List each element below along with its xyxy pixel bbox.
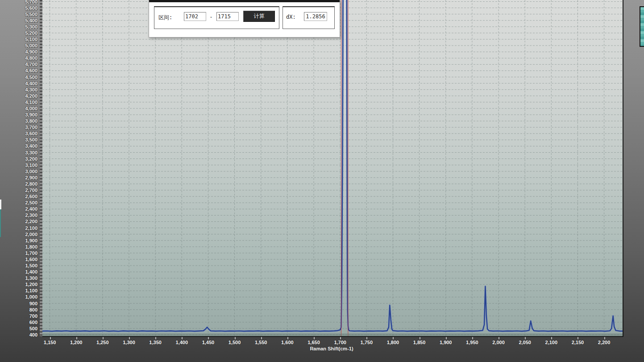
y-tick-label: 600 [0,320,37,325]
x-tick-label: 1,200 [63,340,90,345]
spectrum-plot[interactable] [42,0,623,337]
y-tick-label: 5,500 [0,12,37,17]
x-axis-tick [261,337,262,339]
interval-to-input[interactable] [216,12,239,21]
x-tick-label: 1,300 [116,340,142,345]
x-tick-label: 1,750 [353,340,380,345]
y-tick-label: 1,000 [0,294,37,300]
left-edge-window-fragment [0,200,1,209]
y-tick-label: 2,300 [0,212,37,218]
dx-label: dX: [286,14,296,20]
interval-from-input[interactable] [184,12,206,21]
x-tick-label: 1,600 [274,340,301,345]
y-tick-label: 2,700 [0,187,37,193]
y-tick-label: 900 [0,301,37,306]
spectrum-canvas [42,0,623,336]
y-tick-label: 1,900 [0,238,37,243]
x-tick-label: 1,500 [221,340,248,345]
y-tick-label: 3,500 [0,137,37,142]
x-axis-tick [472,337,473,339]
y-tick-label: 2,800 [0,181,37,187]
docked-panel-fragment[interactable] [640,6,644,47]
x-tick-label: 1,150 [37,340,63,345]
x-axis-tick [340,337,341,339]
y-tick-label: 1,800 [0,244,37,250]
y-tick-label: 4,700 [0,62,37,67]
x-tick-label: 1,700 [327,340,353,345]
x-axis-tick [551,337,552,339]
y-tick-label: 800 [0,307,37,312]
x-tick-label: 1,800 [379,340,406,345]
y-tick-label: 2,500 [0,200,37,205]
x-tick-label: 1,250 [89,340,116,345]
x-axis-tick [155,337,156,339]
x-tick-label: 1,850 [406,340,433,345]
dialog-titlebar[interactable] [149,0,340,2]
y-tick-label: 5,100 [0,37,37,42]
y-tick-label: 2,000 [0,232,37,237]
x-axis-tick [604,337,605,339]
y-tick-label: 2,200 [0,219,37,224]
y-tick-label: 2,600 [0,194,37,199]
y-tick-label: 5,400 [0,18,37,23]
x-axis-tick [578,337,578,339]
x-tick-label: 2,050 [511,340,538,345]
x-tick-label: 1,650 [300,340,327,345]
calculate-button[interactable]: 计算 [243,11,275,22]
y-tick-label: 3,000 [0,169,37,174]
interval-groupbox: 区间: - 计算 [154,6,279,29]
y-tick-label: 3,900 [0,112,37,117]
x-tick-label: 1,400 [168,340,195,345]
dx-value-input[interactable] [304,12,327,21]
y-tick-label: 4,600 [0,68,37,73]
x-axis-tick [208,337,209,339]
dx-groupbox: dX: [283,6,335,29]
y-axis-tick-strip [40,0,42,336]
y-tick-label: 4,800 [0,55,37,61]
x-tick-label: 2,000 [485,340,512,345]
y-tick-label: 4,300 [0,87,37,92]
x-axis-tick [103,337,104,339]
x-tick-label: 2,100 [538,340,565,345]
x-axis-title: Raman Shift(cm-1) [287,346,376,351]
x-axis-tick [525,337,526,339]
y-tick-label: 2,900 [0,175,37,180]
x-tick-label: 2,150 [564,340,591,345]
x-axis-tick [366,337,367,339]
y-tick-label: 4,200 [0,93,37,99]
x-axis-tick [446,337,447,339]
x-axis-tick [287,337,288,339]
x-axis-tick [420,337,420,339]
x-tick-label: 1,900 [432,340,459,345]
y-tick-label: 3,400 [0,143,37,149]
y-tick-label: 500 [0,326,37,331]
y-tick-label: 3,100 [0,162,37,168]
x-axis-tick [235,337,236,339]
y-tick-label: 5,700 [0,0,37,4]
y-tick-label: 5,200 [0,30,37,36]
y-tick-label: 1,300 [0,275,37,281]
y-tick-label: 4,100 [0,100,37,105]
y-tick-label: 400 [0,332,37,337]
y-tick-label: 4,000 [0,106,37,111]
plot-baseline-strip [42,333,623,336]
raman-analysis-window: 4005006007008009001,0001,1001,2001,3001,… [0,0,644,362]
y-tick-label: 4,900 [0,49,37,54]
y-tick-label: 5,000 [0,43,37,48]
y-tick-label: 4,500 [0,75,37,80]
x-axis-tick [393,337,394,339]
y-tick-label: 3,300 [0,150,37,155]
interval-separator: - [210,14,212,20]
x-tick-label: 1,550 [248,340,274,345]
interval-dialog: 区间: - 计算 dX: [149,0,340,37]
y-tick-label: 1,500 [0,263,37,268]
y-tick-label: 1,200 [0,282,37,287]
x-axis-tick [499,337,499,339]
x-tick-label: 1,350 [142,340,169,345]
y-tick-label: 1,400 [0,269,37,275]
y-tick-label: 1,600 [0,257,37,262]
y-tick-label: 5,600 [0,5,37,11]
y-tick-label: 3,700 [0,125,37,130]
y-tick-label: 1,700 [0,250,37,256]
x-tick-label: 1,950 [459,340,486,345]
